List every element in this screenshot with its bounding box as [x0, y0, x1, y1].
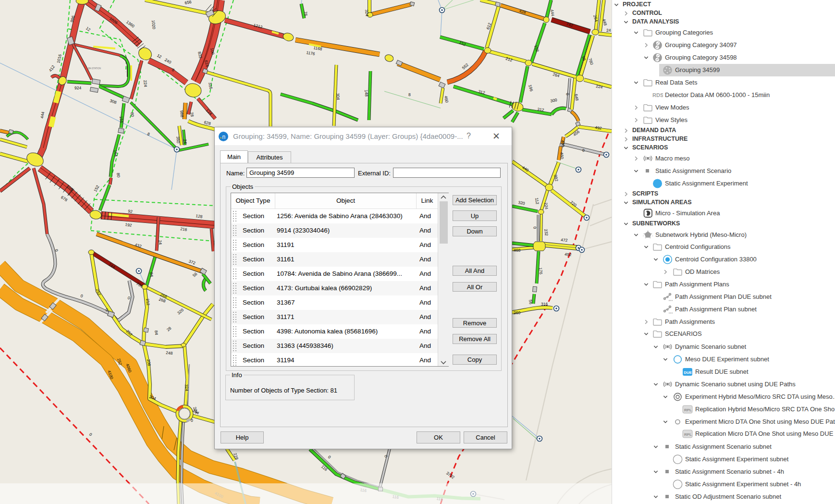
svg-text:8: 8 [408, 92, 411, 97]
svg-text:128: 128 [196, 213, 203, 219]
svg-text:224: 224 [143, 80, 148, 87]
svg-text:24: 24 [158, 240, 163, 245]
svg-text:492: 492 [565, 252, 572, 257]
svg-text:24: 24 [606, 28, 611, 33]
svg-text:212: 212 [145, 298, 151, 306]
svg-text:360: 360 [175, 136, 181, 143]
svg-text:444: 444 [550, 9, 555, 17]
svg-text:192: 192 [125, 222, 133, 228]
svg-text:RPL: RPL [684, 432, 692, 437]
svg-text:492: 492 [595, 125, 602, 131]
svg-text:24: 24 [183, 139, 188, 144]
svg-text:84: 84 [154, 330, 159, 335]
svg-text:156: 156 [119, 116, 124, 123]
svg-text:0: 0 [191, 418, 193, 423]
svg-text:IBA STATION: IBA STATION [88, 67, 101, 70]
svg-text:988: 988 [179, 110, 184, 117]
svg-text:460: 460 [560, 140, 565, 147]
svg-text:460: 460 [559, 152, 565, 159]
svg-text:216: 216 [180, 226, 188, 232]
svg-text:1020: 1020 [151, 20, 157, 29]
svg-text:84: 84 [149, 272, 154, 277]
svg-text:468: 468 [514, 248, 520, 253]
svg-text:0: 0 [106, 307, 108, 312]
svg-text:164: 164 [113, 149, 118, 157]
svg-text:208: 208 [146, 359, 152, 367]
svg-text:232: 232 [543, 229, 549, 236]
svg-text:324: 324 [364, 9, 369, 16]
svg-text:324: 324 [184, 384, 189, 391]
svg-text:RPL: RPL [684, 408, 692, 412]
svg-text:224: 224 [543, 202, 549, 210]
svg-text:112: 112 [534, 197, 540, 205]
svg-text:RDS: RDS [652, 92, 663, 98]
svg-text:0: 0 [582, 148, 585, 153]
svg-text:80: 80 [116, 172, 121, 178]
svg-text:76: 76 [303, 11, 308, 16]
svg-text:148: 148 [364, 89, 369, 97]
svg-text:304: 304 [335, 93, 341, 100]
svg-text:472: 472 [561, 237, 568, 243]
svg-text:n: n [222, 134, 225, 140]
svg-text:260: 260 [514, 310, 520, 315]
svg-text:DUE: DUE [684, 370, 692, 375]
svg-text:92: 92 [128, 209, 133, 214]
svg-text:56: 56 [528, 299, 533, 305]
svg-text:312: 312 [537, 107, 545, 112]
svg-text:28: 28 [189, 112, 195, 117]
svg-text:80: 80 [130, 112, 135, 117]
svg-text:316: 316 [541, 302, 548, 307]
svg-text:248: 248 [166, 350, 173, 356]
svg-text:176: 176 [538, 267, 543, 274]
svg-text:924: 924 [74, 86, 81, 90]
